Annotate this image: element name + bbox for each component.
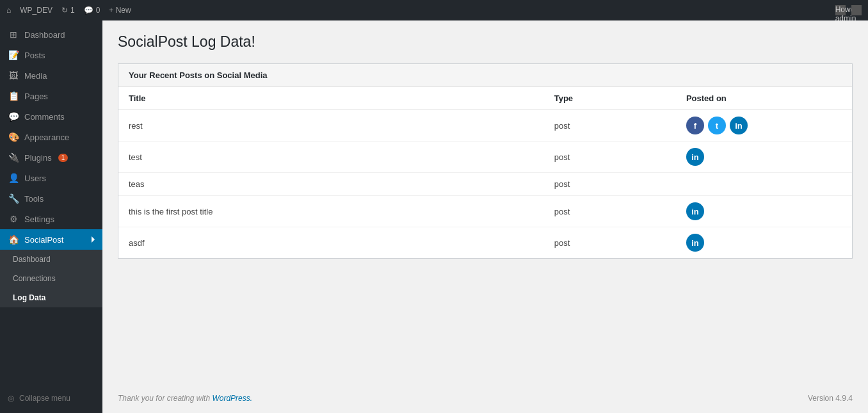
collapse-menu-button[interactable]: ◎ Collapse menu (0, 389, 102, 408)
appearance-icon: 🎨 (8, 132, 19, 142)
settings-icon: ⚙ (8, 214, 19, 224)
footer: Thank you for creating with WordPress. V… (102, 384, 868, 413)
cell-type: post (544, 196, 676, 227)
linkedin-icon: in (686, 202, 704, 220)
pages-icon: 📋 (8, 91, 19, 101)
chevron-right-icon (92, 236, 95, 243)
linkedin-icon: in (686, 148, 704, 166)
table-row: teaspost (118, 173, 852, 196)
sidebar-item-socialpost[interactable]: 🏠 SocialPost (0, 229, 102, 250)
admin-bar-home[interactable]: ⌂ (6, 6, 11, 15)
footer-version: Version 4.9.4 (808, 394, 853, 403)
posts-icon: 📝 (8, 50, 19, 60)
dashboard-icon: ⊞ (8, 29, 19, 40)
table-row: asdfpostin (118, 227, 852, 259)
main-content: SocialPost Log Data! Your Recent Posts o… (102, 20, 868, 384)
cell-title: rest (118, 110, 544, 142)
cell-posted: in (676, 196, 852, 227)
sidebar-item-pages[interactable]: 📋 Pages (0, 86, 102, 106)
table-row: this is the first post titlepostin (118, 196, 852, 227)
sidebar-item-plugins[interactable]: 🔌 Plugins 1 (0, 147, 102, 168)
updates-icon: ↻ (61, 6, 68, 15)
socialpost-icon: 🏠 (8, 234, 19, 245)
site-name: WP_DEV (20, 6, 52, 15)
collapse-icon: ◎ (8, 394, 14, 403)
admin-bar-updates[interactable]: ↻ 1 (61, 6, 75, 15)
posts-table: Title Type Posted on restpostftintestpos… (118, 87, 852, 258)
cell-type: post (544, 173, 676, 196)
col-header-posted: Posted on (676, 87, 852, 110)
cell-title: test (118, 142, 544, 173)
sidebar-item-posts[interactable]: 📝 Posts (0, 45, 102, 65)
table-row: testpostin (118, 142, 852, 173)
cell-posted (676, 173, 852, 196)
cell-title: asdf (118, 227, 544, 259)
sidebar-item-dashboard[interactable]: ⊞ Dashboard (0, 24, 102, 45)
cell-posted: ftin (676, 110, 852, 142)
wp-logo-icon: ⌂ (6, 6, 11, 15)
sidebar-item-sp-connections[interactable]: Connections (0, 269, 102, 288)
media-icon: 🖼 (8, 70, 19, 81)
sidebar-item-sp-dashboard[interactable]: Dashboard (0, 250, 102, 269)
footer-text: Thank you for creating with (118, 394, 212, 403)
admin-bar-howdy: Howdy, admin (832, 5, 862, 15)
cell-posted: in (676, 142, 852, 173)
sidebar-item-comments[interactable]: 💬 Comments (0, 106, 102, 127)
cell-type: post (544, 227, 676, 259)
cell-posted: in (676, 227, 852, 259)
sidebar-item-media[interactable]: 🖼 Media (0, 65, 102, 86)
sidebar-item-tools[interactable]: 🔧 Tools (0, 188, 102, 209)
card-header: Your Recent Posts on Social Media (118, 64, 852, 87)
table-row: restpostftin (118, 110, 852, 142)
cell-title: this is the first post title (118, 196, 544, 227)
sidebar-item-users[interactable]: 👤 Users (0, 168, 102, 188)
facebook-icon: f (686, 117, 704, 134)
linkedin-icon: in (686, 234, 704, 252)
footer-link[interactable]: WordPress. (212, 394, 252, 403)
sidebar-item-settings[interactable]: ⚙ Settings (0, 209, 102, 229)
users-icon: 👤 (8, 173, 19, 183)
comments-nav-icon: 💬 (8, 111, 19, 122)
sidebar: ⊞ Dashboard 📝 Posts 🖼 Media 📋 Pages 💬 Co… (0, 20, 102, 413)
log-data-card: Your Recent Posts on Social Media Title … (118, 63, 853, 259)
sidebar-item-sp-logdata[interactable]: Log Data (0, 288, 102, 307)
admin-bar: ⌂ WP_DEV ↻ 1 💬 0 + New Howdy, admin (0, 0, 868, 20)
plugins-badge: 1 (58, 154, 68, 162)
plugins-icon: 🔌 (8, 152, 19, 163)
comments-icon: 💬 (84, 6, 93, 15)
linkedin-icon: in (730, 117, 748, 134)
admin-bar-site[interactable]: WP_DEV (20, 6, 52, 15)
tools-icon: 🔧 (8, 193, 19, 204)
avatar (851, 5, 862, 15)
twitter-icon: t (708, 117, 726, 134)
cell-type: post (544, 142, 676, 173)
admin-bar-comments[interactable]: 💬 0 (84, 6, 100, 15)
col-header-title: Title (118, 87, 544, 110)
col-header-type: Type (544, 87, 676, 110)
cell-title: teas (118, 173, 544, 196)
sidebar-item-appearance[interactable]: 🎨 Appearance (0, 127, 102, 147)
admin-bar-new[interactable]: + New (109, 6, 131, 15)
socialpost-submenu: Dashboard Connections Log Data (0, 250, 102, 307)
cell-type: post (544, 110, 676, 142)
page-title: SocialPost Log Data! (118, 33, 853, 51)
